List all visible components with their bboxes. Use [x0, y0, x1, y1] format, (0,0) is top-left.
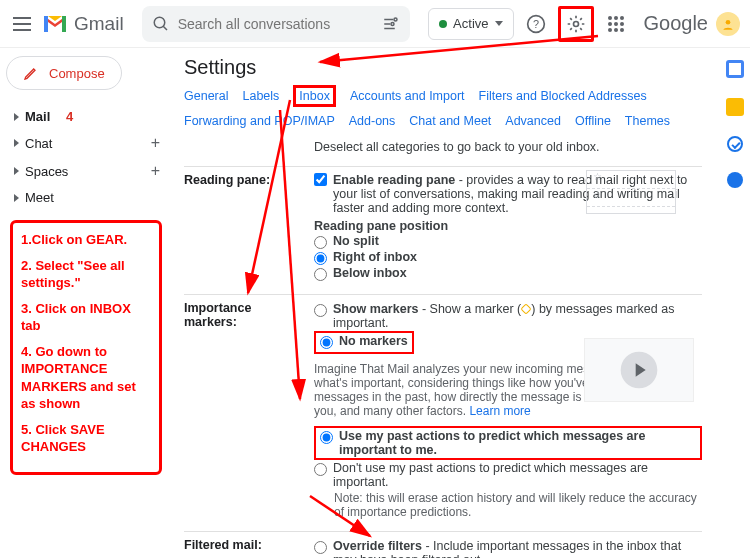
- svg-point-14: [620, 28, 624, 32]
- caret-icon: [14, 113, 19, 121]
- play-icon: [619, 350, 659, 390]
- caret-icon: [14, 139, 19, 147]
- compose-button[interactable]: Compose: [6, 56, 122, 90]
- sidebar-item-meet[interactable]: Meet: [6, 185, 164, 210]
- sidebar-item-spaces[interactable]: Spaces +: [6, 157, 164, 185]
- side-panel: [720, 48, 750, 558]
- svg-point-10: [614, 22, 618, 26]
- tasks-icon[interactable]: [727, 136, 743, 152]
- svg-point-2: [391, 22, 394, 25]
- svg-point-6: [608, 16, 612, 20]
- enable-reading-pane-checkbox[interactable]: [314, 173, 327, 186]
- no-split-radio[interactable]: [314, 236, 327, 249]
- search-icon: [152, 15, 170, 33]
- tab-inbox[interactable]: Inbox: [293, 85, 336, 107]
- search-input[interactable]: [178, 16, 374, 32]
- calendar-icon[interactable]: [726, 60, 744, 78]
- settings-gear-icon[interactable]: [562, 10, 590, 38]
- caret-icon: [14, 194, 19, 202]
- gmail-m-icon: [42, 14, 68, 34]
- illustration-placeholder: [584, 338, 694, 402]
- avatar-icon: [721, 17, 735, 31]
- svg-point-12: [608, 28, 612, 32]
- contacts-icon[interactable]: [727, 172, 743, 188]
- tab-forwarding[interactable]: Forwarding and POP/IMAP: [184, 114, 335, 128]
- header: Gmail Active ? Google: [0, 0, 750, 48]
- settings-tabs: General Labels Inbox Accounts and Import…: [184, 89, 702, 128]
- caret-icon: [14, 167, 19, 175]
- sidebar-item-chat[interactable]: Chat +: [6, 129, 164, 157]
- categories-preview: ☆☆: [586, 170, 676, 214]
- plus-icon[interactable]: +: [151, 162, 160, 180]
- keep-icon[interactable]: [726, 98, 744, 116]
- reading-pane-label: Reading pane:: [184, 173, 304, 187]
- tab-labels[interactable]: Labels: [242, 89, 279, 106]
- tab-offline[interactable]: Offline: [575, 114, 611, 128]
- right-inbox-radio[interactable]: [314, 252, 327, 265]
- tune-icon[interactable]: [382, 15, 400, 33]
- override-filters-radio[interactable]: [314, 541, 327, 554]
- gear-highlight: [558, 6, 594, 42]
- main-content: Settings General Labels Inbox Accounts a…: [170, 48, 720, 558]
- avatar[interactable]: [716, 12, 740, 36]
- svg-point-0: [154, 17, 165, 28]
- tab-filters[interactable]: Filters and Blocked Addresses: [479, 89, 647, 106]
- svg-point-5: [573, 21, 578, 26]
- importance-label: Importance markers:: [184, 301, 304, 329]
- apps-icon[interactable]: [602, 10, 630, 38]
- search-bar[interactable]: [142, 6, 410, 42]
- learn-more-link[interactable]: Learn more: [469, 404, 530, 418]
- filtered-label: Filtered mail:: [184, 538, 304, 552]
- plus-icon[interactable]: +: [151, 134, 160, 152]
- help-icon[interactable]: ?: [522, 10, 550, 38]
- svg-point-7: [614, 16, 618, 20]
- use-past-radio[interactable]: [320, 431, 333, 444]
- active-label: Active: [453, 16, 488, 31]
- no-markers-radio[interactable]: [320, 336, 333, 349]
- status-chip[interactable]: Active: [428, 8, 513, 40]
- svg-point-1: [394, 18, 397, 21]
- tab-advanced[interactable]: Advanced: [505, 114, 561, 128]
- svg-point-16: [726, 19, 731, 24]
- svg-point-8: [620, 16, 624, 20]
- svg-point-9: [608, 22, 612, 26]
- dont-use-past-radio[interactable]: [314, 463, 327, 476]
- pencil-icon: [23, 65, 39, 81]
- svg-point-11: [620, 22, 624, 26]
- tab-addons[interactable]: Add-ons: [349, 114, 396, 128]
- active-dot-icon: [439, 20, 447, 28]
- instruction-overlay: 1.Click on GEAR. 2. Select "See all sett…: [10, 220, 162, 475]
- tab-themes[interactable]: Themes: [625, 114, 670, 128]
- no-markers-highlight: No markers: [314, 331, 414, 354]
- reading-pos-heading: Reading pane position: [314, 219, 702, 233]
- tab-general[interactable]: General: [184, 89, 228, 106]
- compose-label: Compose: [49, 66, 105, 81]
- svg-text:?: ?: [532, 18, 538, 30]
- svg-point-13: [614, 28, 618, 32]
- menu-icon[interactable]: [10, 12, 34, 36]
- mail-count: 4: [66, 109, 73, 124]
- use-past-highlight: Use my past actions to predict which mes…: [314, 426, 702, 460]
- tab-accounts[interactable]: Accounts and Import: [350, 89, 465, 106]
- sidebar-item-mail[interactable]: Mail 4: [6, 104, 164, 129]
- show-markers-radio[interactable]: [314, 304, 327, 317]
- tab-inbox-wrapper: Inbox: [293, 89, 336, 106]
- below-inbox-radio[interactable]: [314, 268, 327, 281]
- gmail-text: Gmail: [74, 13, 124, 35]
- gmail-logo: Gmail: [42, 13, 124, 35]
- chevron-down-icon: [495, 21, 503, 27]
- deselect-note: Deselect all categories to go back to yo…: [314, 140, 702, 154]
- page-title: Settings: [184, 56, 702, 79]
- tab-chatmeet[interactable]: Chat and Meet: [409, 114, 491, 128]
- google-logo-text: Google: [644, 12, 709, 35]
